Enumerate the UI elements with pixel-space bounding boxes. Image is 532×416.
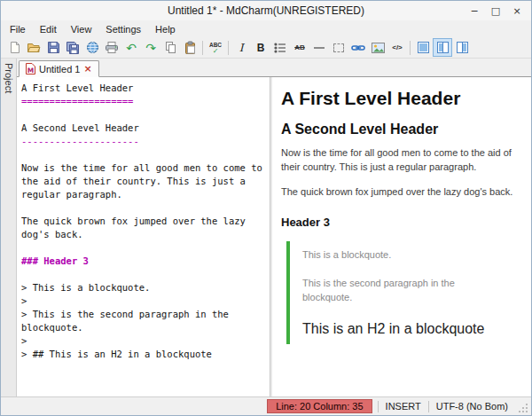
minimize-button[interactable]: − xyxy=(464,3,485,19)
save-button[interactable] xyxy=(43,38,63,57)
spell-check-icon: ABC ✓ xyxy=(209,42,222,54)
menu-help[interactable]: Help xyxy=(148,20,183,37)
open-folder-icon xyxy=(27,41,41,54)
export-globe-icon xyxy=(86,41,99,54)
editor-line: > This is the second paragraph in the xyxy=(21,308,268,321)
mdcharm-window: Untitled 1* - MdCharm(UNREGISTERED) − □ … xyxy=(0,0,532,416)
editor-line: The quick brown fox jumped over the lazy xyxy=(21,215,268,228)
mdcharm-file-icon: M xyxy=(26,63,35,75)
menu-settings[interactable]: Settings xyxy=(98,20,148,37)
project-label: Project xyxy=(4,63,14,93)
bold-button[interactable]: B xyxy=(251,38,270,57)
table-icon xyxy=(333,43,344,52)
unordered-list-button[interactable] xyxy=(270,38,290,57)
preview-h1: A First Level Header xyxy=(281,88,522,109)
status-bar: Line: 20 Column: 35 INSERT UTF-8 (No Bom… xyxy=(1,396,531,415)
maximize-icon: □ xyxy=(491,5,500,17)
blockquote-h2: This is an H2 in a blockquote xyxy=(302,321,487,337)
toolbar-separator xyxy=(228,41,229,55)
italic-button[interactable]: I xyxy=(231,38,251,57)
editor-line: Now is the time for all good men to come… xyxy=(21,161,268,175)
redo-button[interactable]: ↷ xyxy=(141,38,160,57)
tab-close-icon[interactable]: × xyxy=(83,63,91,75)
workspace: Project M Untitled 1 × A First Level Hea… xyxy=(1,59,531,396)
spell-check-button[interactable]: ABC ✓ xyxy=(206,38,225,57)
view-editor-button[interactable] xyxy=(413,38,433,57)
editor-area: M Untitled 1 × A First Level Header ====… xyxy=(17,59,531,396)
split-panes: A First Level Header ===================… xyxy=(17,76,531,396)
save-all-icon xyxy=(66,41,80,55)
preview-only-view-icon xyxy=(457,42,468,53)
redo-icon: ↷ xyxy=(145,42,156,54)
view-split-button[interactable] xyxy=(433,38,452,57)
preview-paragraph: The quick brown fox jumped over the lazy… xyxy=(281,185,522,200)
table-button[interactable] xyxy=(329,38,348,57)
editor-line: A Second Level Header xyxy=(21,122,268,135)
horizontal-rule-icon xyxy=(314,47,325,49)
editor-line: > xyxy=(21,334,268,348)
strikethrough-button[interactable]: AB xyxy=(290,38,309,57)
image-button[interactable] xyxy=(368,38,387,57)
new-file-button[interactable] xyxy=(4,38,24,57)
toolbar-separator xyxy=(410,41,411,55)
print-button[interactable] xyxy=(102,38,121,57)
paste-button[interactable] xyxy=(180,38,200,57)
save-all-button[interactable] xyxy=(63,38,82,57)
editor-line xyxy=(21,241,268,255)
editor-line: > xyxy=(21,294,268,308)
preview-h2: A Second Level Header xyxy=(281,122,522,137)
markdown-editor[interactable]: A First Level Header ===================… xyxy=(17,77,270,396)
menu-view[interactable]: View xyxy=(64,20,99,37)
menu-edit[interactable]: Edit xyxy=(33,20,64,37)
cursor-position: Line: 20 Column: 35 xyxy=(267,399,372,413)
open-file-button[interactable] xyxy=(24,38,43,57)
horizontal-rule-button[interactable] xyxy=(309,38,329,57)
editor-only-view-icon xyxy=(418,42,429,53)
resize-grip[interactable] xyxy=(519,404,528,413)
preview-blockquote: This is a blockquote. This is the second… xyxy=(286,241,487,344)
editor-line: > ## This is an H2 in a blockquote xyxy=(21,348,268,361)
printer-icon xyxy=(105,41,119,54)
undo-button[interactable]: ↶ xyxy=(121,38,141,57)
link-button[interactable] xyxy=(348,38,368,57)
editor-line: ==================== xyxy=(21,95,268,108)
tab-untitled-1[interactable]: M Untitled 1 × xyxy=(19,60,99,77)
editor-line: dog's back. xyxy=(21,228,268,241)
new-file-icon xyxy=(8,41,21,54)
editor-line xyxy=(21,108,268,122)
link-icon xyxy=(351,43,365,52)
editor-line xyxy=(21,148,268,161)
split-view-icon xyxy=(437,42,449,53)
view-preview-button[interactable] xyxy=(452,38,472,57)
editor-line: --------------------- xyxy=(21,135,268,148)
tab-bar: M Untitled 1 × xyxy=(17,59,531,76)
copy-button[interactable] xyxy=(160,38,180,57)
minimize-icon: − xyxy=(470,5,478,17)
close-button[interactable]: × xyxy=(506,3,528,19)
code-button[interactable]: </> xyxy=(387,38,407,57)
menu-file[interactable]: File xyxy=(3,20,33,37)
undo-icon: ↶ xyxy=(126,42,137,54)
maximize-button[interactable]: □ xyxy=(485,3,506,19)
preview-pane[interactable]: A First Level Header A Second Level Head… xyxy=(272,77,531,396)
paste-clipboard-icon xyxy=(184,41,197,55)
editor-line: ### Header 3 xyxy=(21,255,268,268)
export-button[interactable] xyxy=(82,38,102,57)
preview-h3: Header 3 xyxy=(281,216,522,229)
tab-label: Untitled 1 xyxy=(39,64,80,75)
copy-icon xyxy=(164,41,177,54)
close-icon: × xyxy=(512,5,520,17)
strikethrough-icon: AB xyxy=(294,43,305,51)
preview-paragraph: Now is the time for all good men to come… xyxy=(281,146,522,175)
blockquote-paragraph: This is a blockquote. xyxy=(302,248,487,263)
editor-line: > This is a blockquote. xyxy=(21,281,268,294)
title-bar[interactable]: Untitled 1* - MdCharm(UNREGISTERED) − □ … xyxy=(1,1,531,20)
editor-line xyxy=(21,201,268,215)
code-icon: </> xyxy=(392,43,403,51)
bold-icon: B xyxy=(257,42,265,54)
editor-line: A First Level Header xyxy=(21,82,268,95)
project-sidebar-tab[interactable]: Project xyxy=(1,59,17,396)
editor-line xyxy=(21,268,268,281)
save-icon xyxy=(47,41,60,54)
italic-icon: I xyxy=(239,42,244,54)
